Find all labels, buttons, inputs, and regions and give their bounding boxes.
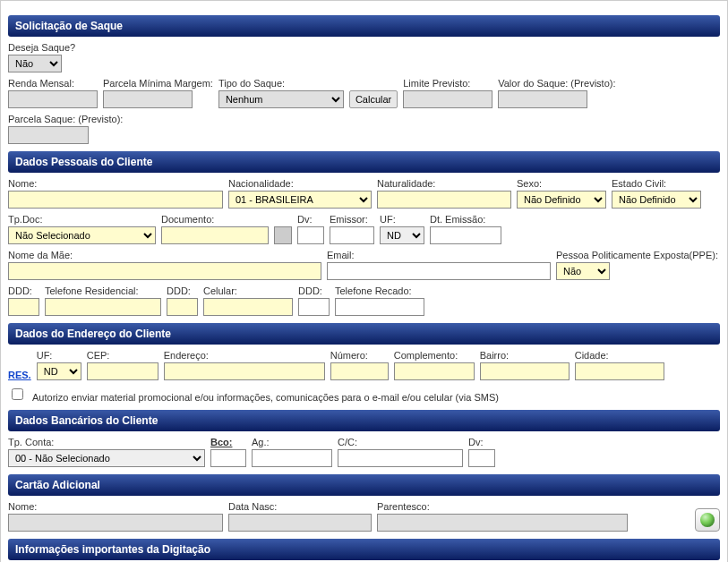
cartao-data-nasc-label: Data Nasc: [228,501,372,512]
dv-input[interactable] [297,226,324,244]
tipo-saque-select[interactable]: Nenhum [218,90,344,108]
cartao-data-nasc-input[interactable] [228,514,372,532]
numero-label: Número: [330,350,389,361]
emissor-input[interactable] [330,226,374,244]
tel-rec-input[interactable] [335,298,424,316]
ddd1-input[interactable] [8,298,39,316]
complemento-input[interactable] [394,362,475,380]
documento-input[interactable] [161,226,269,244]
cep-label: CEP: [87,350,158,361]
valor-saque-input[interactable] [498,90,587,108]
nome-mae-input[interactable] [8,262,321,280]
nacionalidade-label: Nacionalidade: [228,178,372,189]
bairro-label: Bairro: [480,350,570,361]
banc-dv-label: Dv: [468,437,495,447]
tpdoc-select[interactable]: Não Selecionado [8,226,156,244]
parcela-saque-input[interactable] [8,126,89,144]
ddd1-label: DDD: [8,285,39,296]
ppe-select[interactable]: Não [556,262,610,280]
cc-label: C/C: [338,437,463,447]
section-header-saque: Solicitação de Saque [8,15,720,37]
section-header-info: Informações importantes da Digitação [8,539,720,560]
autorizo-label: Autorizo enviar material promocional e/o… [32,392,499,403]
cartao-parentesco-input[interactable] [377,514,628,532]
documento-aux-input[interactable] [274,226,292,244]
cartao-refresh-button[interactable] [695,508,720,532]
nome-input[interactable] [8,191,223,209]
email-input[interactable] [327,262,551,280]
nome-mae-label: Nome da Mãe: [8,250,321,260]
bco-link-label[interactable]: Bco: [210,437,246,447]
deseja-saque-label: Deseja Saque? [8,42,75,53]
tpconta-label: Tp. Conta: [8,437,205,447]
sexo-label: Sexo: [517,178,606,189]
uf-select[interactable]: ND [380,226,424,244]
valor-saque-label: Valor do Saque: (Previsto): [498,78,615,89]
limite-previsto-input[interactable] [403,90,492,108]
ag-input[interactable] [252,449,332,467]
tel-res-label: Telefone Residencial: [45,285,161,296]
dv-label: Dv: [297,214,324,225]
autorizo-checkbox[interactable] [12,388,23,400]
cartao-nome-label: Nome: [8,501,223,512]
email-label: Email: [327,250,551,260]
section-header-cartao: Cartão Adicional [8,474,720,496]
end-uf-select[interactable]: ND [37,362,81,380]
calcular-button[interactable]: Calcular [349,90,398,108]
section-header-pessoais: Dados Pessoais do Cliente [8,151,720,173]
ddd2-label: DDD: [167,285,198,296]
documento-label: Documento: [161,214,269,225]
globe-icon [700,513,715,527]
ddd3-label: DDD: [298,285,330,296]
tel-res-input[interactable] [45,298,161,316]
dtemissao-label: Dt. Emissão: [430,214,501,225]
celular-label: Celular: [203,285,293,296]
tpdoc-label: Tp.Doc: [8,214,156,225]
limite-previsto-label: Limite Previsto: [403,78,492,89]
nacionalidade-select[interactable]: 01 - BRASILEIRA [228,191,372,209]
naturalidade-label: Naturalidade: [377,178,511,189]
section-header-bancarios: Dados Bancários do Cliente [8,410,720,431]
dtemissao-input[interactable] [430,226,501,244]
parcela-min-label: Parcela Mínima Margem: [103,78,213,89]
banc-dv-input[interactable] [468,449,495,467]
res-link[interactable]: RES. [8,370,31,380]
naturalidade-input[interactable] [377,191,511,209]
complemento-label: Complemento: [394,350,475,361]
cidade-label: Cidade: [575,350,664,361]
endereco-label: Endereço: [164,350,325,361]
section-header-endereco: Dados do Endereço do Cliente [8,323,720,345]
cc-input[interactable] [338,449,463,467]
ddd3-input[interactable] [298,298,330,316]
estado-civil-select[interactable]: Não Definido [612,191,701,209]
ag-label: Ag.: [252,437,332,447]
celular-input[interactable] [203,298,293,316]
emissor-label: Emissor: [330,214,374,225]
parcela-min-input[interactable] [103,90,193,108]
cep-input[interactable] [87,362,158,380]
deseja-saque-select[interactable]: Não [8,55,62,72]
cartao-nome-input[interactable] [8,514,223,532]
tipo-saque-label: Tipo do Saque: [218,78,344,89]
sexo-select[interactable]: Não Definido [517,191,606,209]
nome-label: Nome: [8,178,223,189]
bco-input[interactable] [210,449,246,467]
uf-label: UF: [380,214,424,225]
endereco-input[interactable] [164,362,325,380]
cidade-input[interactable] [575,362,664,380]
renda-mensal-input[interactable] [8,90,98,108]
renda-mensal-label: Renda Mensal: [8,78,98,89]
numero-input[interactable] [330,362,389,380]
ppe-label: Pessoa Politicamente Exposta(PPE): [556,250,718,260]
parcela-saque-label: Parcela Saque: (Previsto): [8,114,123,124]
ddd2-input[interactable] [167,298,198,316]
estado-civil-label: Estado Civil: [612,178,701,189]
bairro-input[interactable] [480,362,570,380]
tel-rec-label: Telefone Recado: [335,285,424,296]
tpconta-select[interactable]: 00 - Não Selecionado [8,449,205,467]
end-uf-label: UF: [37,350,81,361]
cartao-parentesco-label: Parentesco: [377,501,628,512]
